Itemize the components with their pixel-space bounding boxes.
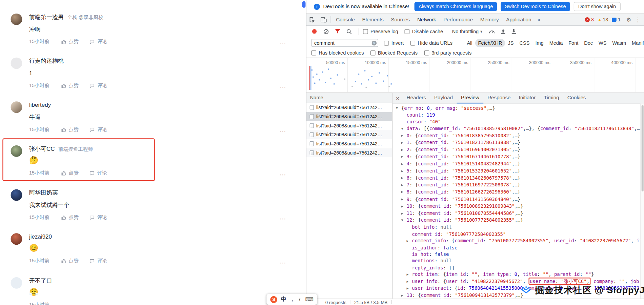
like-button[interactable]: 点赞 <box>61 169 79 177</box>
ime-keyboard-icon[interactable]: ⌨ <box>305 296 314 303</box>
filter-type-all[interactable]: All <box>464 39 475 47</box>
tree-expand-arrow[interactable]: ▶ <box>401 168 407 175</box>
preserve-log-checkbox[interactable]: Preserve log <box>363 28 398 34</box>
filter-type-js[interactable]: JS <box>505 39 517 47</box>
like-button[interactable]: 点赞 <box>61 126 79 133</box>
dont-show-again-button[interactable]: Don't show again <box>574 2 621 11</box>
request-row[interactable]: list?aid=2608&uuid=7561242… <box>306 139 392 148</box>
tree-expand-arrow[interactable]: ▶ <box>401 182 407 189</box>
disable-cache-checkbox[interactable]: Disable cache <box>405 28 443 34</box>
page-scrollbar-thumb[interactable] <box>302 1 306 8</box>
close-details-icon[interactable]: × <box>393 95 402 101</box>
tab-network[interactable]: Network <box>414 14 440 26</box>
like-button[interactable]: 点赞 <box>61 258 79 265</box>
third-party-requests-checkbox[interactable]: 3rd-party requests <box>424 50 471 56</box>
user-avatar[interactable] <box>11 101 22 113</box>
user-avatar[interactable] <box>11 233 22 245</box>
tree-expand-arrow[interactable]: ▶ <box>401 147 407 154</box>
tree-expand-arrow[interactable]: ▶ <box>401 140 407 146</box>
ime-toolbar[interactable]: S 中 ， ◐ ⌨ <box>266 294 317 305</box>
tree-expand-arrow[interactable]: ▶ <box>407 271 412 278</box>
more-options-button[interactable]: ⋯ <box>280 215 286 223</box>
comment-username[interactable]: 行走的迷糊桃 <box>29 58 64 65</box>
more-options-button[interactable]: ⋯ <box>280 259 286 267</box>
devtools-menu-icon[interactable]: ⋮ <box>633 16 642 23</box>
more-options-button[interactable]: ⋯ <box>280 39 286 47</box>
like-button[interactable]: 点赞 <box>61 214 79 221</box>
comment-username[interactable]: libertedy <box>29 101 51 108</box>
ime-language-toggle[interactable]: 中 <box>281 296 286 303</box>
network-conditions-icon[interactable] <box>489 29 495 34</box>
issues-badge[interactable]: 1 <box>612 17 621 22</box>
match-chrome-language-button[interactable]: Always match Chrome's language <box>415 2 497 11</box>
detail-tab-headers[interactable]: Headers <box>402 93 430 103</box>
record-button[interactable] <box>312 29 317 34</box>
name-column-header[interactable]: Name <box>306 93 392 103</box>
inspect-element-icon[interactable] <box>306 14 318 26</box>
ime-shape-icon[interactable]: ◐ <box>299 297 302 302</box>
more-options-button[interactable]: ⋯ <box>280 83 286 91</box>
detail-tab-payload[interactable]: Payload <box>430 93 457 103</box>
comment-username[interactable]: 前端第一渣男 <box>29 14 64 21</box>
filter-type-font[interactable]: Font <box>566 39 581 47</box>
filter-funnel-icon[interactable] <box>335 29 341 34</box>
throttling-select[interactable]: No throttling▾ <box>452 28 482 34</box>
tree-expand-arrow[interactable]: ▶ <box>407 285 412 292</box>
filter-type-ws[interactable]: WS <box>596 39 609 47</box>
has-blocked-cookies-checkbox[interactable]: Has blocked cookies <box>311 50 364 56</box>
detail-tab-initiator[interactable]: Initiator <box>515 93 540 103</box>
reply-button[interactable]: 评论 <box>89 214 107 221</box>
reply-button[interactable]: 评论 <box>89 169 107 177</box>
console-errors-badge[interactable]: ×8 <box>585 17 594 22</box>
tab-elements[interactable]: Elements <box>359 14 387 26</box>
reply-button[interactable]: 评论 <box>89 82 107 89</box>
filter-type-doc[interactable]: Doc <box>581 39 596 47</box>
detail-tab-response[interactable]: Response <box>483 93 515 103</box>
tree-expand-arrow[interactable]: ▶ <box>401 189 407 196</box>
console-warnings-badge[interactable]: ▲13 <box>598 17 608 22</box>
request-row[interactable]: list?aid=2608&uuid=7561242… <box>306 130 392 139</box>
request-row[interactable]: list?aid=2608&uuid=7561242… <box>306 103 392 112</box>
comment-username[interactable]: jiezai920 <box>29 233 52 240</box>
details-scrollbar-thumb[interactable] <box>641 105 643 191</box>
device-toolbar-icon[interactable] <box>318 14 329 26</box>
invert-checkbox[interactable]: Invert <box>384 40 404 46</box>
like-button[interactable]: 点赞 <box>61 38 79 45</box>
filter-type-css[interactable]: CSS <box>517 39 532 47</box>
network-filter-input[interactable] <box>311 39 378 47</box>
request-row[interactable]: list?aid=2608&uuid=7561242… <box>306 148 392 157</box>
tree-expand-arrow[interactable]: ▶ <box>401 210 407 217</box>
more-tabs-button[interactable]: » <box>535 14 543 26</box>
tab-application[interactable]: Application <box>502 14 535 26</box>
user-avatar[interactable] <box>11 189 22 201</box>
clear-filter-icon[interactable]: × <box>372 40 377 45</box>
user-avatar[interactable] <box>11 145 22 157</box>
tree-expand-arrow[interactable]: ▶ <box>401 196 407 203</box>
tree-expand-arrow[interactable]: ▶ <box>401 154 407 161</box>
tab-performance[interactable]: Performance <box>440 14 477 26</box>
details-scrollbar[interactable] <box>640 103 644 299</box>
hide-data-urls-checkbox[interactable]: Hide data URLs <box>410 40 452 46</box>
tree-expand-arrow[interactable]: ▶ <box>401 292 407 299</box>
user-avatar[interactable] <box>11 58 22 69</box>
export-har-icon[interactable] <box>511 29 517 34</box>
tree-expand-arrow[interactable]: ▶ <box>401 203 407 210</box>
ime-punctuation-icon[interactable]: ， <box>290 296 295 303</box>
user-avatar[interactable] <box>11 277 22 289</box>
detail-tab-timing[interactable]: Timing <box>540 93 563 103</box>
filter-type-img[interactable]: Img <box>532 39 546 47</box>
settings-gear-icon[interactable]: ⚙ <box>624 16 633 23</box>
reply-button[interactable]: 评论 <box>89 258 107 265</box>
tab-memory[interactable]: Memory <box>477 14 503 26</box>
user-avatar[interactable] <box>11 14 22 25</box>
filter-type-manifest[interactable]: Manifest <box>629 39 644 47</box>
comment-username[interactable]: 张小可CC <box>29 145 55 153</box>
detail-tab-preview[interactable]: Preview <box>457 93 483 103</box>
reply-button[interactable]: 评论 <box>89 126 107 133</box>
blocked-requests-checkbox[interactable]: Blocked Requests <box>370 50 418 56</box>
comment-username[interactable]: 开不了口 <box>29 277 52 285</box>
tree-expand-arrow[interactable]: ▶ <box>401 133 407 139</box>
tree-expand-arrow[interactable]: ▶ <box>401 161 407 168</box>
tab-console[interactable]: Console <box>332 14 358 26</box>
network-overview-timeline[interactable]: 50000 ms 100000 ms 150000 ms 200000 ms 2… <box>306 58 644 93</box>
